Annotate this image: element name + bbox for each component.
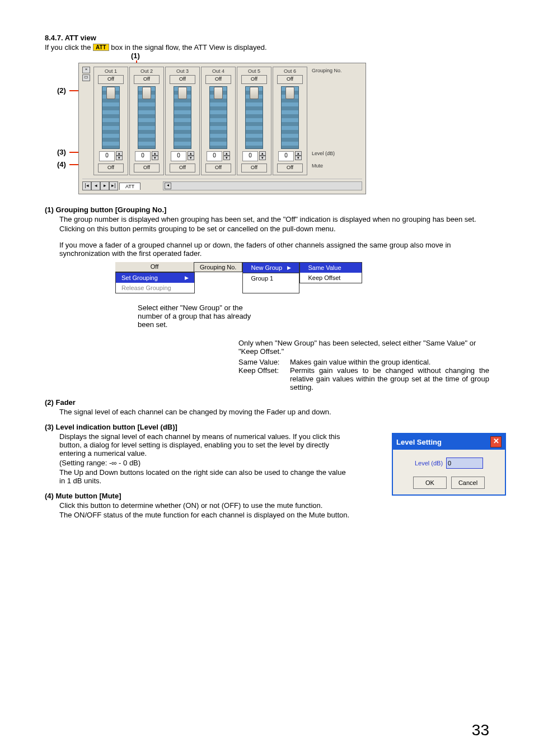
spinner-up-icon[interactable]: ▴: [295, 151, 302, 156]
spinner-up-icon[interactable]: ▴: [116, 151, 123, 156]
mute-button[interactable]: Off: [134, 164, 160, 172]
side-mute-label: Mute: [312, 163, 349, 173]
menu-release-grouping[interactable]: Release Grouping: [116, 283, 194, 293]
att-view-window: × ▭ Out 1 Off 0 ▴▾ Off: [78, 63, 366, 194]
spinner-down-icon[interactable]: ▾: [223, 156, 230, 160]
mute-button[interactable]: Off: [241, 164, 267, 172]
mute-button[interactable]: Off: [170, 164, 195, 172]
submenu-arrow-icon: ▶: [287, 265, 291, 270]
level-spinner[interactable]: ▴▾: [223, 151, 230, 160]
menu-same-value[interactable]: Same Value: [300, 263, 362, 273]
side-level-label: Level (dB): [312, 151, 349, 163]
menu-group1[interactable]: Group 1: [243, 273, 299, 283]
mute-button[interactable]: Off: [205, 164, 231, 172]
ok-button[interactable]: OK: [413, 477, 447, 489]
level-setting-dialog: Level Setting ✕ Level (dB) OK Cancel: [392, 433, 506, 496]
grouping-button[interactable]: Off: [277, 75, 303, 84]
spinner-down-icon[interactable]: ▾: [188, 156, 194, 160]
mute-button[interactable]: Off: [98, 164, 124, 172]
close-icon[interactable]: ✕: [490, 436, 502, 447]
level-button[interactable]: 0: [99, 151, 115, 161]
level-db-input[interactable]: [446, 458, 483, 469]
grouping-menu-figure: Off Grouping No. Set Grouping▶ Release G…: [115, 262, 489, 293]
grouping-button[interactable]: Off: [98, 75, 124, 84]
spinner-up-icon[interactable]: ▴: [152, 151, 158, 156]
sec3-title: (3) Level indication button [Level (dB)]: [45, 423, 489, 431]
fader[interactable]: [281, 86, 299, 149]
newgroup-note: Only when "New Group" has been selected,…: [238, 339, 489, 356]
spinner-up-icon[interactable]: ▴: [259, 151, 266, 156]
mute-button[interactable]: Off: [277, 164, 303, 172]
level-spinner[interactable]: ▴▾: [116, 151, 123, 160]
menu-set-grouping[interactable]: Set Grouping▶: [116, 273, 194, 283]
keep-offset-label: Keep Offset:: [238, 366, 290, 391]
fader[interactable]: [174, 86, 191, 149]
side-grouping-label: Grouping No.: [312, 68, 349, 78]
menu-keep-offset[interactable]: Keep Offset: [300, 273, 362, 283]
fader-handle-icon[interactable]: [250, 87, 259, 99]
fader-handle-icon[interactable]: [285, 87, 294, 99]
level-button[interactable]: 0: [242, 151, 258, 161]
sec4-p1: Click this button to determine whether (…: [59, 501, 489, 510]
cancel-button[interactable]: Cancel: [451, 477, 485, 489]
sec1-p2: Clicking on this button permits grouping…: [59, 225, 489, 233]
spinner-up-icon[interactable]: ▴: [188, 151, 194, 156]
sec4-p2: The ON/OFF status of the mute function f…: [59, 511, 489, 519]
grouping-button[interactable]: Off: [170, 75, 195, 84]
level-spinner[interactable]: ▴▾: [295, 151, 302, 160]
nav-prev-icon[interactable]: ◂: [91, 181, 100, 190]
channel-out2: Out 2 Off 0▴▾ Off: [129, 67, 164, 175]
level-spinner[interactable]: ▴▾: [152, 151, 158, 160]
page-number: 33: [472, 721, 489, 739]
level-spinner[interactable]: ▴▾: [259, 151, 266, 160]
sec1-p1: The group number is displayed when group…: [59, 215, 489, 223]
callout-4: (4): [57, 160, 66, 169]
scroll-left-icon[interactable]: ◂: [165, 183, 171, 189]
spinner-down-icon[interactable]: ▾: [295, 156, 302, 160]
grouping-button[interactable]: Off: [205, 75, 231, 84]
menu-new-group[interactable]: New Group▶: [243, 263, 299, 273]
section-heading: 8.4.7. ATT view: [45, 34, 489, 42]
spinner-down-icon[interactable]: ▾: [152, 156, 158, 160]
level-spinner[interactable]: ▴▾: [188, 151, 194, 160]
callout-3: (3): [57, 148, 66, 156]
sec3-p3: The Up and Down buttons located on the r…: [59, 468, 350, 485]
window-controls: × ▭: [82, 67, 90, 175]
window-restore-icon[interactable]: ▭: [82, 74, 90, 81]
intro-line: If you click the ATT box in the signal f…: [45, 43, 489, 52]
grouping-button[interactable]: Off: [241, 75, 267, 84]
window-close-icon[interactable]: ×: [82, 67, 90, 73]
channel-out3: Out 3 Off 0▴▾ Off: [165, 67, 200, 175]
level-button[interactable]: 0: [171, 151, 186, 161]
fader-handle-icon[interactable]: [106, 87, 115, 99]
spinner-up-icon[interactable]: ▴: [223, 151, 230, 156]
level-button[interactable]: 0: [278, 151, 294, 161]
horizontal-scrollbar[interactable]: ◂: [163, 181, 362, 190]
channel-label: Out 4: [212, 68, 224, 74]
spinner-down-icon[interactable]: ▾: [116, 156, 123, 160]
fader[interactable]: [245, 86, 263, 149]
tab-att[interactable]: ATT: [119, 183, 140, 190]
fader-handle-icon[interactable]: [178, 87, 187, 99]
nav-first-icon[interactable]: |◂: [82, 181, 91, 190]
fader-handle-icon[interactable]: [214, 87, 223, 99]
spinner-down-icon[interactable]: ▾: [259, 156, 266, 160]
fader[interactable]: [209, 86, 227, 149]
intro-prefix: If you click the: [45, 43, 93, 52]
fader-handle-icon[interactable]: [142, 87, 151, 99]
grouping-button[interactable]: Off: [134, 75, 160, 84]
menu-grouping-no-label: Grouping No.: [194, 262, 242, 272]
menu-new-group-label: New Group: [251, 264, 282, 271]
nav-next-icon[interactable]: ▸: [100, 181, 109, 190]
sec3-p2: (Setting range: -∞ - 0 dB): [59, 459, 350, 467]
sec2-title: (2) Fader: [45, 398, 489, 407]
sec1-p3: If you move a fader of a grouped channel…: [59, 241, 489, 258]
menu-off-button[interactable]: Off: [115, 262, 194, 272]
level-setting-title: Level Setting: [396, 438, 442, 446]
level-button[interactable]: 0: [207, 151, 222, 161]
fader[interactable]: [102, 86, 120, 149]
nav-last-icon[interactable]: ▸|: [109, 181, 118, 190]
fader[interactable]: [138, 86, 156, 149]
level-button[interactable]: 0: [135, 151, 151, 161]
callout-2: (2): [57, 86, 66, 95]
